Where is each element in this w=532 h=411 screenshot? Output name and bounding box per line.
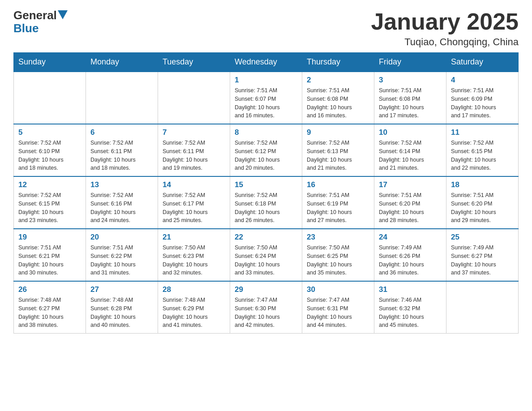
day-number: 5 [18,128,81,137]
day-number: 11 [451,128,514,137]
calendar-cell: 16Sunrise: 7:51 AM Sunset: 6:19 PM Dayli… [302,176,374,229]
calendar-table: SundayMondayTuesdayWednesdayThursdayFrid… [13,52,519,334]
day-info: Sunrise: 7:52 AM Sunset: 6:13 PM Dayligh… [307,139,369,172]
day-info: Sunrise: 7:51 AM Sunset: 6:22 PM Dayligh… [90,244,153,277]
calendar-cell: 29Sunrise: 7:47 AM Sunset: 6:30 PM Dayli… [230,281,302,334]
title-block: January 2025 Tuqiao, Chongqing, China [371,9,519,48]
day-number: 4 [451,76,514,85]
calendar-cell: 22Sunrise: 7:50 AM Sunset: 6:24 PM Dayli… [230,229,302,281]
day-number: 26 [18,285,81,294]
calendar-cell: 17Sunrise: 7:51 AM Sunset: 6:20 PM Dayli… [374,176,446,229]
day-info: Sunrise: 7:49 AM Sunset: 6:27 PM Dayligh… [451,244,514,277]
calendar-header-friday: Friday [374,53,446,72]
day-info: Sunrise: 7:52 AM Sunset: 6:15 PM Dayligh… [18,191,81,225]
day-number: 1 [235,76,297,85]
day-info: Sunrise: 7:51 AM Sunset: 6:21 PM Dayligh… [18,244,81,277]
week-row-2: 5Sunrise: 7:52 AM Sunset: 6:10 PM Daylig… [14,124,519,176]
calendar-cell: 10Sunrise: 7:52 AM Sunset: 6:14 PM Dayli… [374,124,446,176]
calendar-cell: 27Sunrise: 7:48 AM Sunset: 6:28 PM Dayli… [86,281,158,334]
day-number: 2 [307,76,369,85]
day-number: 28 [163,285,225,294]
calendar-cell: 4Sunrise: 7:51 AM Sunset: 6:09 PM Daylig… [446,72,519,124]
day-number: 7 [163,128,225,137]
calendar-header-monday: Monday [86,53,158,72]
day-info: Sunrise: 7:52 AM Sunset: 6:18 PM Dayligh… [235,191,297,225]
day-number: 14 [163,180,225,189]
calendar-header-tuesday: Tuesday [158,53,230,72]
logo-general-text: General [13,9,57,22]
location-title: Tuqiao, Chongqing, China [371,36,519,48]
calendar-cell: 7Sunrise: 7:52 AM Sunset: 6:11 PM Daylig… [158,124,230,176]
day-info: Sunrise: 7:51 AM Sunset: 6:09 PM Dayligh… [451,86,514,120]
calendar-cell: 14Sunrise: 7:52 AM Sunset: 6:17 PM Dayli… [158,176,230,229]
day-info: Sunrise: 7:50 AM Sunset: 6:23 PM Dayligh… [163,244,225,277]
day-number: 23 [307,233,369,242]
day-info: Sunrise: 7:52 AM Sunset: 6:14 PM Dayligh… [379,139,442,172]
day-info: Sunrise: 7:52 AM Sunset: 6:11 PM Dayligh… [90,139,153,172]
day-info: Sunrise: 7:48 AM Sunset: 6:28 PM Dayligh… [90,296,153,330]
day-info: Sunrise: 7:51 AM Sunset: 6:20 PM Dayligh… [379,191,442,225]
logo-blue-text: Blue [13,21,39,35]
day-number: 6 [90,128,153,137]
calendar-cell [86,72,158,124]
calendar-header-saturday: Saturday [446,53,519,72]
day-number: 8 [235,128,297,137]
calendar-cell: 30Sunrise: 7:47 AM Sunset: 6:31 PM Dayli… [302,281,374,334]
calendar-cell [14,72,86,124]
calendar-cell: 12Sunrise: 7:52 AM Sunset: 6:15 PM Dayli… [14,176,86,229]
day-info: Sunrise: 7:51 AM Sunset: 6:20 PM Dayligh… [451,191,514,225]
week-row-3: 12Sunrise: 7:52 AM Sunset: 6:15 PM Dayli… [14,176,519,229]
day-info: Sunrise: 7:52 AM Sunset: 6:15 PM Dayligh… [451,139,514,172]
day-info: Sunrise: 7:50 AM Sunset: 6:24 PM Dayligh… [235,244,297,277]
logo-triangle-icon [58,10,68,19]
day-info: Sunrise: 7:52 AM Sunset: 6:10 PM Dayligh… [18,139,81,172]
calendar-cell: 2Sunrise: 7:51 AM Sunset: 6:08 PM Daylig… [302,72,374,124]
calendar-cell: 26Sunrise: 7:48 AM Sunset: 6:27 PM Dayli… [14,281,86,334]
day-info: Sunrise: 7:46 AM Sunset: 6:32 PM Dayligh… [379,296,442,330]
day-number: 27 [90,285,153,294]
day-number: 17 [379,180,442,189]
calendar-cell: 11Sunrise: 7:52 AM Sunset: 6:15 PM Dayli… [446,124,519,176]
calendar-cell: 25Sunrise: 7:49 AM Sunset: 6:27 PM Dayli… [446,229,519,281]
calendar-header-thursday: Thursday [302,53,374,72]
day-number: 25 [451,233,514,242]
calendar-cell: 3Sunrise: 7:51 AM Sunset: 6:08 PM Daylig… [374,72,446,124]
calendar-header-sunday: Sunday [14,53,86,72]
day-number: 22 [235,233,297,242]
calendar-cell: 20Sunrise: 7:51 AM Sunset: 6:22 PM Dayli… [86,229,158,281]
day-info: Sunrise: 7:47 AM Sunset: 6:30 PM Dayligh… [235,296,297,330]
day-number: 15 [235,180,297,189]
day-info: Sunrise: 7:52 AM Sunset: 6:17 PM Dayligh… [163,191,225,225]
day-info: Sunrise: 7:50 AM Sunset: 6:25 PM Dayligh… [307,244,369,277]
week-row-4: 19Sunrise: 7:51 AM Sunset: 6:21 PM Dayli… [14,229,519,281]
calendar-cell [158,72,230,124]
page: General Blue January 2025 Tuqiao, Chongq… [0,0,532,342]
svg-marker-0 [58,10,68,19]
day-number: 10 [379,128,442,137]
day-number: 18 [451,180,514,189]
week-row-1: 1Sunrise: 7:51 AM Sunset: 6:07 PM Daylig… [14,72,519,124]
day-number: 12 [18,180,81,189]
calendar-cell: 13Sunrise: 7:52 AM Sunset: 6:16 PM Dayli… [86,176,158,229]
day-info: Sunrise: 7:51 AM Sunset: 6:08 PM Dayligh… [307,86,369,120]
day-number: 21 [163,233,225,242]
calendar-cell: 5Sunrise: 7:52 AM Sunset: 6:10 PM Daylig… [14,124,86,176]
day-number: 20 [90,233,153,242]
calendar-cell: 18Sunrise: 7:51 AM Sunset: 6:20 PM Dayli… [446,176,519,229]
calendar-cell: 1Sunrise: 7:51 AM Sunset: 6:07 PM Daylig… [230,72,302,124]
logo: General Blue [13,9,68,34]
header: General Blue January 2025 Tuqiao, Chongq… [13,9,519,48]
calendar-cell: 19Sunrise: 7:51 AM Sunset: 6:21 PM Dayli… [14,229,86,281]
calendar-cell: 15Sunrise: 7:52 AM Sunset: 6:18 PM Dayli… [230,176,302,229]
calendar-cell: 9Sunrise: 7:52 AM Sunset: 6:13 PM Daylig… [302,124,374,176]
day-info: Sunrise: 7:49 AM Sunset: 6:26 PM Dayligh… [379,244,442,277]
calendar-cell [446,281,519,334]
day-info: Sunrise: 7:52 AM Sunset: 6:12 PM Dayligh… [235,139,297,172]
day-info: Sunrise: 7:47 AM Sunset: 6:31 PM Dayligh… [307,296,369,330]
day-info: Sunrise: 7:51 AM Sunset: 6:08 PM Dayligh… [379,86,442,120]
calendar-cell: 8Sunrise: 7:52 AM Sunset: 6:12 PM Daylig… [230,124,302,176]
day-number: 13 [90,180,153,189]
day-number: 24 [379,233,442,242]
day-number: 19 [18,233,81,242]
day-number: 16 [307,180,369,189]
